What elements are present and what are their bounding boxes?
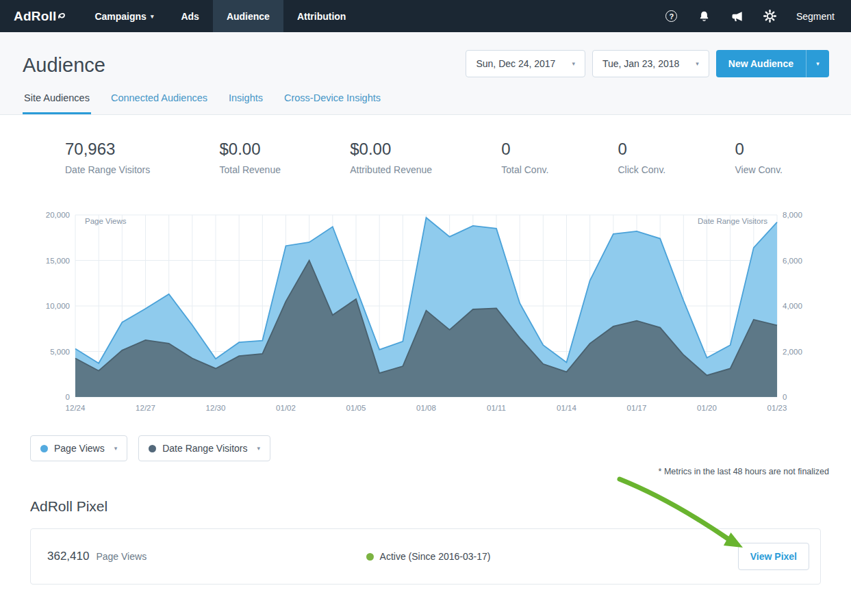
adroll-logo-text: AdRoll xyxy=(14,9,56,24)
navbar-right: ? Segment xyxy=(665,10,851,23)
caret-down-icon: ▾ xyxy=(816,60,820,67)
stat-date-range-visitors: 70,963 Date Range Visitors xyxy=(65,140,150,175)
svg-text:01/05: 01/05 xyxy=(346,404,366,412)
svg-text:20,000: 20,000 xyxy=(46,211,70,219)
tab-insights[interactable]: Insights xyxy=(227,92,264,114)
page-title: Audience xyxy=(23,54,105,77)
svg-text:10,000: 10,000 xyxy=(46,302,70,310)
notification-badge xyxy=(707,8,713,14)
adroll-logo-swoosh xyxy=(58,9,66,24)
summary-stats-row: 70,963 Date Range Visitors $0.00 Total R… xyxy=(0,115,851,175)
adroll-pixel-card: 362,410 Page Views Active (Since 2016-03… xyxy=(30,528,821,585)
nav-item-campaigns[interactable]: Campaigns ▾ xyxy=(81,0,167,32)
chart-legend: Page Views ▾ Date Range Visitors ▾ xyxy=(30,435,851,461)
stat-value: 0 xyxy=(735,140,783,159)
stat-attributed-revenue: $0.00 Attributed Revenue xyxy=(350,140,432,175)
top-navbar: AdRoll Campaigns ▾ Ads Audience Attribut… xyxy=(0,0,851,32)
stat-value: $0.00 xyxy=(219,140,281,159)
segment-link[interactable]: Segment xyxy=(796,11,835,22)
megaphone-icon[interactable] xyxy=(731,10,744,23)
svg-text:0: 0 xyxy=(66,393,70,401)
help-icon[interactable]: ? xyxy=(665,10,678,23)
pixel-page-views: 362,410 Page Views xyxy=(47,550,301,563)
nav-item-label: Attribution xyxy=(297,11,346,22)
adroll-pixel-title: AdRoll Pixel xyxy=(30,498,851,515)
pixel-actions: View Pixel xyxy=(555,543,809,570)
svg-text:01/02: 01/02 xyxy=(276,404,296,412)
caret-down-icon: ▾ xyxy=(572,60,575,67)
adroll-logo[interactable]: AdRoll xyxy=(0,9,73,24)
tab-site-audiences[interactable]: Site Audiences xyxy=(23,92,91,114)
nav-item-label: Audience xyxy=(227,11,270,22)
svg-text:01/08: 01/08 xyxy=(416,404,436,412)
date-range-start-value: Sun, Dec 24, 2017 xyxy=(476,58,555,69)
stat-view-conv: 0 View Conv. xyxy=(735,140,783,175)
legend-label: Date Range Visitors xyxy=(162,443,247,454)
nav-item-label: Campaigns xyxy=(94,11,146,22)
stat-value: $0.00 xyxy=(350,140,432,159)
svg-text:8,000: 8,000 xyxy=(783,211,802,219)
svg-text:01/20: 01/20 xyxy=(697,404,717,412)
date-range-visitors-dot-icon xyxy=(149,445,156,452)
nav-item-label: Ads xyxy=(181,11,199,22)
chart-canvas: 05,00010,00015,00020,00002,0004,0006,000… xyxy=(27,204,824,418)
legend-label: Page Views xyxy=(54,443,105,454)
audience-tabs: Site Audiences Connected Audiences Insig… xyxy=(23,92,829,114)
main-nav: Campaigns ▾ Ads Audience Attribution xyxy=(81,0,359,32)
stat-label: Total Revenue xyxy=(219,164,281,175)
svg-text:2,000: 2,000 xyxy=(783,348,802,356)
pixel-page-views-label: Page Views xyxy=(96,551,147,562)
nav-item-ads[interactable]: Ads xyxy=(167,0,212,32)
svg-text:12/30: 12/30 xyxy=(206,404,226,412)
new-audience-caret-button[interactable]: ▾ xyxy=(806,50,829,77)
active-status-dot-icon xyxy=(366,553,374,561)
new-audience-split-button: New Audience ▾ xyxy=(716,50,829,77)
legend-page-views-dropdown[interactable]: Page Views ▾ xyxy=(30,435,127,461)
traffic-area-chart: 05,00010,00015,00020,00002,0004,0006,000… xyxy=(27,204,851,420)
gear-icon[interactable] xyxy=(763,10,777,23)
caret-down-icon: ▾ xyxy=(114,445,118,452)
stat-label: Total Conv. xyxy=(501,164,548,175)
svg-text:4,000: 4,000 xyxy=(783,302,802,310)
stat-click-conv: 0 Click Conv. xyxy=(618,140,666,175)
tab-connected-audiences[interactable]: Connected Audiences xyxy=(110,92,209,114)
pixel-page-views-value: 362,410 xyxy=(47,550,89,563)
caret-down-icon: ▾ xyxy=(151,13,154,20)
pixel-status-text: Active (Since 2016-03-17) xyxy=(380,551,491,562)
nav-item-audience[interactable]: Audience xyxy=(213,0,283,32)
new-audience-button[interactable]: New Audience xyxy=(716,50,806,77)
svg-text:Date Range Visitors: Date Range Visitors xyxy=(698,217,767,225)
svg-text:01/17: 01/17 xyxy=(627,404,647,412)
svg-text:12/27: 12/27 xyxy=(136,404,155,412)
page-views-dot-icon xyxy=(40,445,48,452)
svg-text:12/24: 12/24 xyxy=(66,404,86,412)
stat-total-conv: 0 Total Conv. xyxy=(501,140,548,175)
svg-text:01/14: 01/14 xyxy=(557,404,576,412)
metrics-footnote: * Metrics in the last 48 hours are not f… xyxy=(0,467,829,476)
tab-cross-device-insights[interactable]: Cross-Device Insights xyxy=(283,92,382,114)
svg-text:5,000: 5,000 xyxy=(50,348,70,356)
nav-item-attribution[interactable]: Attribution xyxy=(283,0,360,32)
svg-text:01/11: 01/11 xyxy=(487,404,506,412)
svg-text:6,000: 6,000 xyxy=(783,257,802,265)
view-pixel-button[interactable]: View Pixel xyxy=(738,543,809,570)
legend-date-range-visitors-dropdown[interactable]: Date Range Visitors ▾ xyxy=(138,435,270,461)
page-header: Audience Sun, Dec 24, 2017 ▾ Tue, Jan 23… xyxy=(0,32,851,115)
stat-value: 0 xyxy=(501,140,548,159)
date-range-start-dropdown[interactable]: Sun, Dec 24, 2017 ▾ xyxy=(466,50,585,77)
stat-value: 70,963 xyxy=(65,140,150,159)
stat-label: Attributed Revenue xyxy=(350,164,432,175)
date-range-end-dropdown[interactable]: Tue, Jan 23, 2018 ▾ xyxy=(592,50,709,77)
svg-text:01/23: 01/23 xyxy=(767,404,787,412)
pixel-status: Active (Since 2016-03-17) xyxy=(301,551,555,562)
date-range-end-value: Tue, Jan 23, 2018 xyxy=(602,58,679,69)
notifications-bell-icon[interactable] xyxy=(698,10,711,23)
stat-label: View Conv. xyxy=(735,164,783,175)
stat-value: 0 xyxy=(618,140,666,159)
header-controls: Sun, Dec 24, 2017 ▾ Tue, Jan 23, 2018 ▾ … xyxy=(466,50,829,77)
svg-text:Page Views: Page Views xyxy=(85,217,127,225)
stat-total-revenue: $0.00 Total Revenue xyxy=(219,140,281,175)
svg-text:15,000: 15,000 xyxy=(46,257,70,265)
stat-label: Click Conv. xyxy=(618,164,666,175)
caret-down-icon: ▾ xyxy=(257,445,260,452)
